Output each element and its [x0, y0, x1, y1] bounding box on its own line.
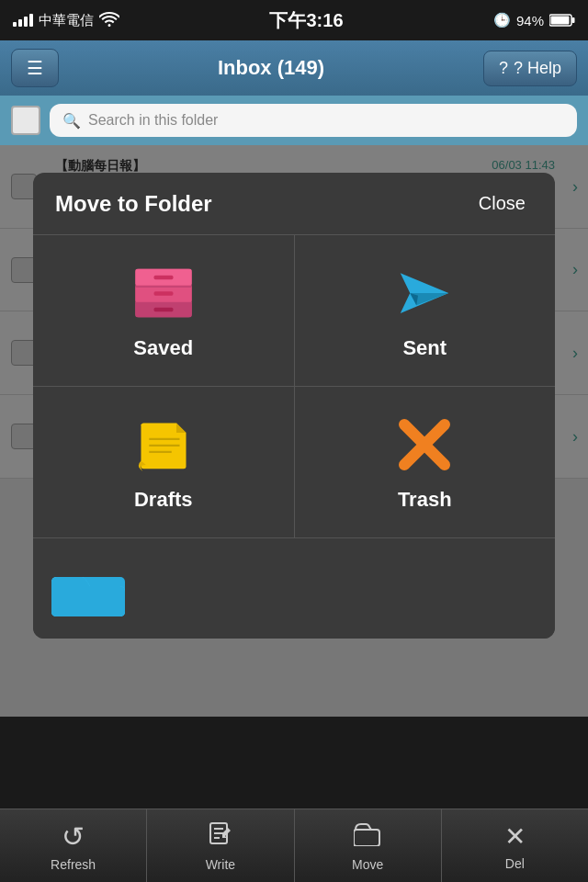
refresh-icon: ↺ [62, 820, 85, 853]
menu-button[interactable]: ☰ [11, 49, 59, 87]
inbox-title: Inbox (149) [218, 56, 324, 80]
help-label: ? Help [514, 59, 561, 78]
svg-rect-7 [153, 276, 173, 279]
menu-icon: ☰ [27, 58, 43, 78]
status-left: 中華電信 [13, 12, 119, 29]
search-input-wrap[interactable]: 🔍 Search in this folder [50, 104, 577, 137]
drafts-icon [127, 413, 200, 477]
del-label: Del [505, 856, 525, 871]
write-label: Write [206, 857, 235, 872]
drafts-label: Drafts [134, 488, 193, 512]
search-placeholder: Search in this folder [88, 112, 218, 129]
folder-item-sent[interactable]: Sent [295, 235, 556, 386]
svg-rect-8 [153, 291, 173, 295]
toolbar-write[interactable]: Write [147, 809, 294, 882]
folder-item-trash[interactable]: Trash [295, 387, 556, 537]
email-list: 【動腦每日報】 06/03 11:43 高雄商圈、消費者與家外媒體環境... ※… [0, 145, 588, 717]
status-bar: 中華電信 下午3:16 🕒 94% [0, 0, 588, 40]
status-right: 🕒 94% [493, 12, 575, 28]
clock-icon: 🕒 [493, 12, 511, 28]
saved-icon [127, 261, 200, 325]
folder-grid: Saved Sent [33, 235, 555, 537]
write-icon [208, 820, 233, 853]
select-all-checkbox[interactable] [11, 106, 40, 135]
trash-icon [388, 413, 461, 477]
blue-folder-icon [51, 566, 125, 620]
move-label: Move [352, 857, 383, 872]
toolbar-refresh[interactable]: ↺ Refresh [0, 809, 147, 882]
battery-icon [549, 14, 575, 27]
help-icon: ? [499, 59, 508, 78]
folder-item-blue[interactable] [33, 537, 555, 639]
sent-label: Sent [402, 336, 447, 360]
del-icon: ✕ [504, 821, 526, 852]
move-to-folder-dialog: Move to Folder Close [33, 173, 555, 639]
sent-icon [388, 261, 461, 325]
move-icon [354, 820, 381, 853]
refresh-label: Refresh [51, 857, 96, 872]
help-button[interactable]: ? ? Help [483, 51, 577, 86]
signal-icon [13, 14, 33, 27]
svg-rect-9 [153, 308, 173, 311]
carrier-label: 中華電信 [39, 12, 94, 29]
status-time: 下午3:16 [269, 8, 343, 33]
svg-rect-2 [551, 17, 570, 25]
folder-item-drafts[interactable]: Drafts [33, 387, 294, 537]
wifi-icon [99, 12, 119, 29]
battery-label: 94% [516, 13, 544, 28]
header: ☰ Inbox (149) ? ? Help [0, 40, 588, 96]
dialog-title: Move to Folder [55, 191, 212, 217]
svg-rect-25 [354, 830, 379, 846]
toolbar-del[interactable]: ✕ Del [442, 809, 588, 882]
saved-label: Saved [133, 336, 193, 360]
dialog-header: Move to Folder Close [33, 173, 555, 235]
dialog-close-button[interactable]: Close [471, 189, 533, 218]
search-bar: 🔍 Search in this folder [0, 96, 588, 145]
toolbar: ↺ Refresh Write Move ✕ Del [0, 808, 588, 882]
folder-item-saved[interactable]: Saved [33, 235, 294, 386]
svg-rect-1 [572, 17, 575, 23]
toolbar-move[interactable]: Move [295, 809, 442, 882]
search-icon: 🔍 [62, 112, 81, 130]
trash-label: Trash [398, 488, 452, 512]
